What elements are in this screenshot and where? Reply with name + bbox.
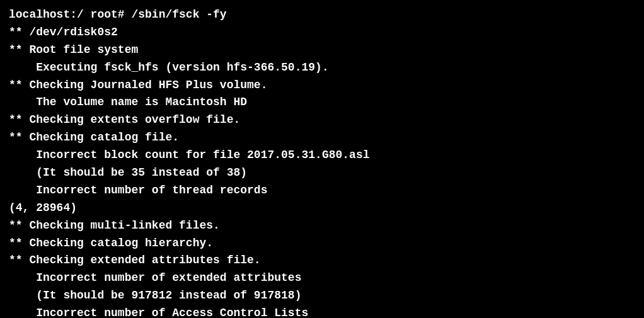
- terminal-line-3: ** Root file system: [9, 42, 635, 59]
- terminal-line-7: ** Checking extents overflow file.: [9, 111, 635, 129]
- terminal-line-10: (It should be 35 instead of 38): [9, 164, 635, 182]
- terminal-line-16: Incorrect number of extended attributes: [9, 270, 635, 287]
- terminal-line-18: Incorrect number of Access Control Lists: [9, 305, 635, 318]
- terminal-line-12: (4, 28964): [9, 200, 635, 217]
- terminal-line-1: localhost:/ root# /sbin/fsck -fy: [9, 6, 635, 24]
- terminal-line-6: The volume name is Macintosh HD: [9, 94, 635, 111]
- terminal-window: localhost:/ root# /sbin/fsck -fy** /dev/…: [9, 6, 635, 318]
- terminal-line-9: Incorrect block count for file 2017.05.3…: [9, 147, 635, 164]
- terminal-line-14: ** Checking catalog hierarchy.: [9, 235, 635, 253]
- terminal-line-15: ** Checking extended attributes file.: [9, 252, 635, 270]
- terminal-line-8: ** Checking catalog file.: [9, 129, 635, 147]
- terminal-line-13: ** Checking multi-linked files.: [9, 217, 635, 235]
- terminal-line-4: Executing fsck_hfs (version hfs-366.50.1…: [9, 59, 635, 77]
- terminal-line-5: ** Checking Journaled HFS Plus volume.: [9, 77, 635, 94]
- terminal-line-17: (It should be 917812 instead of 917818): [9, 287, 635, 305]
- terminal-line-11: Incorrect number of thread records: [9, 182, 635, 200]
- terminal-line-2: ** /dev/rdisk0s2: [9, 24, 635, 42]
